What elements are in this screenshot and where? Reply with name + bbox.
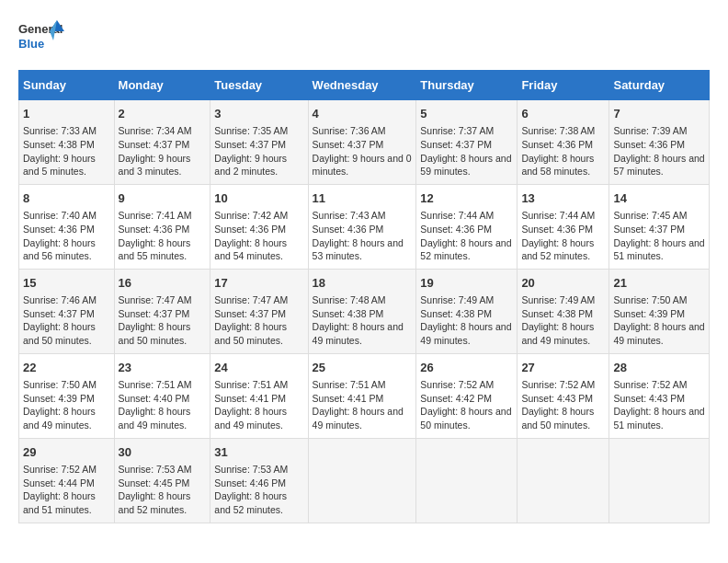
day-number: 9: [119, 190, 207, 207]
calendar-week-row: 22 Sunrise: 7:50 AM Sunset: 4:39 PM Dayl…: [19, 353, 710, 438]
daylight-info: Daylight: 8 hours and 49 minutes.: [313, 321, 404, 346]
calendar-day-cell: 24 Sunrise: 7:51 AM Sunset: 4:41 PM Dayl…: [210, 353, 308, 438]
svg-text:Blue: Blue: [18, 37, 44, 51]
calendar-week-row: 29 Sunrise: 7:52 AM Sunset: 4:44 PM Dayl…: [19, 438, 710, 523]
sunrise-info: Sunrise: 7:53 AM: [214, 464, 288, 475]
day-number: 18: [313, 275, 413, 292]
sunset-info: Sunset: 4:41 PM: [214, 393, 286, 404]
calendar-day-cell: 31 Sunrise: 7:53 AM Sunset: 4:46 PM Dayl…: [210, 438, 308, 523]
sunset-info: Sunset: 4:38 PM: [521, 308, 593, 319]
day-number: 30: [119, 444, 207, 461]
sunset-info: Sunset: 4:36 PM: [420, 224, 492, 235]
calendar-day-cell: 14 Sunrise: 7:45 AM Sunset: 4:37 PM Dayl…: [609, 184, 710, 269]
daylight-info: Daylight: 8 hours and 49 minutes.: [313, 406, 404, 431]
day-number: 5: [420, 106, 513, 122]
calendar-day-cell: 29 Sunrise: 7:52 AM Sunset: 4:44 PM Dayl…: [19, 438, 115, 523]
daylight-info: Daylight: 8 hours and 49 minutes.: [119, 406, 191, 431]
calendar-day-cell: 7 Sunrise: 7:39 AM Sunset: 4:36 PM Dayli…: [609, 100, 710, 185]
day-number: 23: [119, 360, 207, 376]
sunrise-info: Sunrise: 7:44 AM: [420, 210, 494, 221]
sunset-info: Sunset: 4:36 PM: [214, 224, 286, 235]
day-number: 17: [214, 275, 303, 292]
daylight-info: Daylight: 8 hours and 52 minutes.: [119, 490, 191, 515]
sunrise-info: Sunrise: 7:38 AM: [521, 125, 595, 136]
calendar-week-row: 1 Sunrise: 7:33 AM Sunset: 4:38 PM Dayli…: [19, 100, 710, 185]
sunset-info: Sunset: 4:44 PM: [23, 477, 95, 488]
sunset-info: Sunset: 4:38 PM: [420, 308, 492, 319]
daylight-info: Daylight: 8 hours and 50 minutes.: [23, 321, 96, 346]
sunset-info: Sunset: 4:37 PM: [613, 224, 685, 235]
logo-svg: General Blue: [18, 18, 64, 59]
sunrise-info: Sunrise: 7:44 AM: [521, 210, 595, 221]
sunset-info: Sunset: 4:38 PM: [313, 308, 384, 319]
sunset-info: Sunset: 4:37 PM: [119, 308, 190, 319]
daylight-info: Daylight: 9 hours and 5 minutes.: [23, 153, 96, 178]
sunset-info: Sunset: 4:39 PM: [613, 308, 685, 319]
sunset-info: Sunset: 4:42 PM: [420, 393, 492, 404]
calendar-day-cell: 8 Sunrise: 7:40 AM Sunset: 4:36 PM Dayli…: [19, 184, 115, 269]
sunset-info: Sunset: 4:36 PM: [613, 139, 685, 150]
calendar-day-cell: [518, 438, 609, 523]
sunrise-info: Sunrise: 7:39 AM: [613, 125, 687, 136]
daylight-info: Daylight: 9 hours and 0 minutes.: [313, 153, 412, 178]
calendar-day-cell: 4 Sunrise: 7:36 AM Sunset: 4:37 PM Dayli…: [308, 100, 416, 185]
calendar-day-cell: 2 Sunrise: 7:34 AM Sunset: 4:37 PM Dayli…: [114, 100, 210, 185]
calendar-day-cell: 11 Sunrise: 7:43 AM Sunset: 4:36 PM Dayl…: [308, 184, 416, 269]
sunset-info: Sunset: 4:39 PM: [23, 393, 95, 404]
calendar-day-cell: 23 Sunrise: 7:51 AM Sunset: 4:40 PM Dayl…: [114, 353, 210, 438]
sunrise-info: Sunrise: 7:41 AM: [119, 210, 192, 221]
day-number: 14: [613, 190, 705, 207]
sunrise-info: Sunrise: 7:51 AM: [214, 379, 288, 390]
calendar-day-cell: 22 Sunrise: 7:50 AM Sunset: 4:39 PM Dayl…: [19, 353, 115, 438]
sunrise-info: Sunrise: 7:42 AM: [214, 210, 288, 221]
daylight-info: Daylight: 8 hours and 50 minutes.: [521, 406, 594, 431]
sunset-info: Sunset: 4:38 PM: [23, 139, 95, 150]
sunset-info: Sunset: 4:41 PM: [313, 393, 384, 404]
calendar-day-header: Tuesday: [210, 71, 308, 100]
calendar-table: SundayMondayTuesdayWednesdayThursdayFrid…: [18, 70, 710, 523]
sunrise-info: Sunrise: 7:52 AM: [613, 379, 687, 390]
calendar-day-cell: 17 Sunrise: 7:47 AM Sunset: 4:37 PM Dayl…: [210, 269, 308, 353]
sunrise-info: Sunrise: 7:48 AM: [313, 294, 386, 305]
sunset-info: Sunset: 4:36 PM: [313, 224, 384, 235]
calendar-day-cell: 21 Sunrise: 7:50 AM Sunset: 4:39 PM Dayl…: [609, 269, 710, 353]
daylight-info: Daylight: 8 hours and 49 minutes.: [521, 321, 594, 346]
daylight-info: Daylight: 8 hours and 52 minutes.: [420, 237, 511, 262]
sunset-info: Sunset: 4:43 PM: [521, 393, 593, 404]
calendar-day-cell: [416, 438, 518, 523]
sunrise-info: Sunrise: 7:49 AM: [420, 294, 494, 305]
sunrise-info: Sunrise: 7:51 AM: [119, 379, 192, 390]
sunrise-info: Sunrise: 7:36 AM: [313, 125, 386, 136]
sunset-info: Sunset: 4:37 PM: [214, 308, 286, 319]
daylight-info: Daylight: 8 hours and 49 minutes.: [214, 406, 287, 431]
sunrise-info: Sunrise: 7:34 AM: [119, 125, 192, 136]
daylight-info: Daylight: 9 hours and 3 minutes.: [119, 153, 191, 178]
daylight-info: Daylight: 8 hours and 56 minutes.: [23, 237, 96, 262]
day-number: 2: [119, 106, 207, 122]
sunrise-info: Sunrise: 7:33 AM: [23, 125, 97, 136]
calendar-day-cell: 6 Sunrise: 7:38 AM Sunset: 4:36 PM Dayli…: [518, 100, 609, 185]
daylight-info: Daylight: 8 hours and 55 minutes.: [119, 237, 191, 262]
sunset-info: Sunset: 4:36 PM: [23, 224, 95, 235]
calendar-header-row: SundayMondayTuesdayWednesdayThursdayFrid…: [19, 71, 710, 100]
daylight-info: Daylight: 8 hours and 50 minutes.: [119, 321, 191, 346]
day-number: 31: [214, 444, 303, 461]
daylight-info: Daylight: 8 hours and 51 minutes.: [23, 490, 96, 515]
calendar-day-cell: 26 Sunrise: 7:52 AM Sunset: 4:42 PM Dayl…: [416, 353, 518, 438]
day-number: 8: [23, 190, 110, 207]
sunset-info: Sunset: 4:37 PM: [214, 139, 286, 150]
day-number: 10: [214, 190, 303, 207]
calendar-day-cell: 13 Sunrise: 7:44 AM Sunset: 4:36 PM Dayl…: [518, 184, 609, 269]
day-number: 28: [613, 360, 705, 376]
calendar-day-header: Wednesday: [308, 71, 416, 100]
sunrise-info: Sunrise: 7:37 AM: [420, 125, 494, 136]
day-number: 19: [420, 275, 513, 292]
sunset-info: Sunset: 4:37 PM: [420, 139, 492, 150]
daylight-info: Daylight: 8 hours and 49 minutes.: [420, 321, 511, 346]
sunrise-info: Sunrise: 7:35 AM: [214, 125, 288, 136]
sunrise-info: Sunrise: 7:53 AM: [119, 464, 192, 475]
calendar-day-cell: 3 Sunrise: 7:35 AM Sunset: 4:37 PM Dayli…: [210, 100, 308, 185]
calendar-day-header: Thursday: [416, 71, 518, 100]
day-number: 13: [521, 190, 605, 207]
calendar-day-cell: 28 Sunrise: 7:52 AM Sunset: 4:43 PM Dayl…: [609, 353, 710, 438]
